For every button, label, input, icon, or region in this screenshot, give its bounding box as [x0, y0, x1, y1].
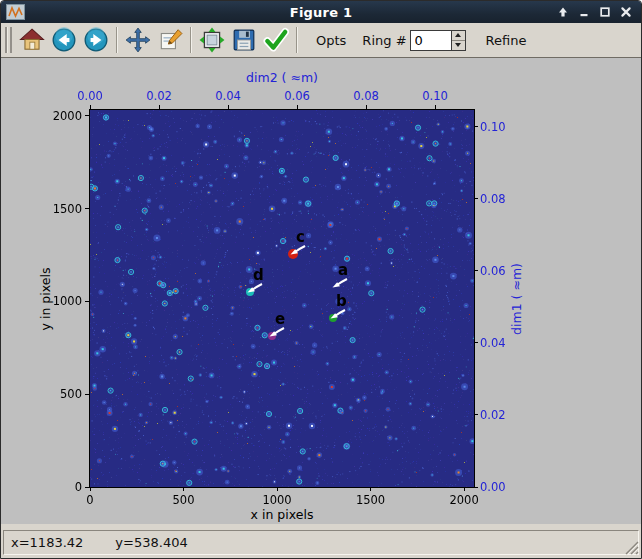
annotation-label: b — [336, 294, 347, 309]
y-tick-label: 0 — [34, 480, 82, 494]
maximize-button[interactable] — [598, 5, 612, 19]
toolbar: Opts Ring # Refine — [1, 23, 641, 58]
forward-arrow-icon — [83, 27, 109, 53]
ring-number-input[interactable] — [411, 31, 451, 50]
x-tick-label: 1000 — [252, 493, 302, 507]
apply-button[interactable] — [261, 25, 291, 55]
figure-window: Figure 1 — [0, 0, 642, 559]
edit-parameters-button[interactable] — [155, 25, 185, 55]
back-arrow-icon — [51, 27, 77, 53]
maximize-icon — [599, 6, 611, 18]
y-tick-mark — [85, 301, 89, 302]
cursor-x-readout: x=1183.42 — [11, 535, 83, 550]
x-tick-mark — [183, 487, 184, 491]
x-tick-label: 1500 — [346, 493, 396, 507]
spin-up-button[interactable] — [452, 31, 465, 41]
x-tick-label: 2000 — [439, 493, 489, 507]
top-tick-mark — [366, 105, 367, 109]
right-tick-label: 0.10 — [480, 120, 524, 134]
right-tick-label: 0.02 — [480, 408, 524, 422]
top-tick-label: 0.08 — [341, 89, 391, 103]
y-tick-label: 2000 — [34, 109, 82, 123]
top-tick-mark — [297, 105, 298, 109]
diffraction-image[interactable] — [90, 110, 474, 487]
x-axis-title: x in pixels — [90, 507, 474, 522]
annotation-label: e — [275, 312, 285, 327]
close-icon — [620, 6, 632, 18]
right-tick-mark — [474, 198, 478, 199]
window-controls — [556, 5, 641, 19]
right-tick-label: 0.04 — [480, 336, 524, 350]
toolbar-grip[interactable] — [5, 27, 12, 53]
window-title: Figure 1 — [1, 5, 641, 20]
top-tick-mark — [159, 105, 160, 109]
x-tick-label: 500 — [159, 493, 209, 507]
home-button[interactable] — [17, 25, 47, 55]
y-tick-mark — [85, 487, 89, 488]
top-tick-label: 0.00 — [65, 89, 115, 103]
plot-axes[interactable]: dim2 ( ≈m) x in pixels y in pixels dim1 … — [89, 109, 475, 488]
notepad-pencil-icon — [157, 27, 183, 53]
top-axis-title: dim2 ( ≈m) — [90, 70, 474, 85]
spin-down-icon — [455, 43, 461, 47]
back-button[interactable] — [49, 25, 79, 55]
spin-up-icon — [455, 33, 461, 37]
pan-button[interactable] — [123, 25, 153, 55]
top-tick-label: 0.02 — [134, 89, 184, 103]
y-tick-mark — [85, 394, 89, 395]
cursor-position-panel: x=1183.42 y=538.404 — [3, 530, 639, 555]
cursor-y-readout: y=538.404 — [115, 535, 187, 550]
save-button[interactable] — [229, 25, 259, 55]
annotation-label: d — [253, 268, 264, 283]
titlebar[interactable]: Figure 1 — [1, 1, 641, 23]
top-tick-label: 0.10 — [410, 89, 460, 103]
top-tick-mark — [90, 105, 91, 109]
minimize-button[interactable] — [577, 5, 591, 19]
minimize-icon — [578, 6, 590, 18]
right-tick-mark — [474, 414, 478, 415]
matplotlib-logo-icon — [6, 4, 26, 20]
close-button[interactable] — [619, 5, 633, 19]
ring-number-label: Ring # — [362, 33, 406, 48]
right-tick-mark — [474, 487, 478, 488]
green-checkmark-icon — [263, 27, 289, 53]
refine-button[interactable]: Refine — [480, 32, 533, 49]
forward-button[interactable] — [81, 25, 111, 55]
ring-number-spinbox — [410, 30, 466, 51]
x-tick-mark — [90, 487, 91, 491]
right-tick-mark — [474, 270, 478, 271]
y-tick-label: 500 — [34, 387, 82, 401]
toolbar-separator — [190, 27, 192, 53]
x-tick-mark — [370, 487, 371, 491]
arrow-up-icon — [557, 6, 569, 18]
annotation-label: c — [296, 230, 305, 245]
opts-button[interactable]: Opts — [310, 32, 352, 49]
right-tick-label: 0.00 — [480, 480, 524, 494]
resize-grip-icon[interactable] — [625, 541, 639, 555]
x-tick-mark — [277, 487, 278, 491]
adjust-subplots-button[interactable] — [197, 25, 227, 55]
top-tick-mark — [228, 105, 229, 109]
right-tick-mark — [474, 342, 478, 343]
x-tick-mark — [464, 487, 465, 491]
y-tick-mark — [85, 115, 89, 116]
right-tick-label: 0.08 — [480, 192, 524, 206]
top-tick-label: 0.06 — [272, 89, 322, 103]
y-tick-label: 1000 — [34, 294, 82, 308]
top-tick-label: 0.04 — [203, 89, 253, 103]
x-tick-label: 0 — [65, 493, 115, 507]
shade-window-button[interactable] — [556, 5, 570, 19]
y-tick-mark — [85, 208, 89, 209]
spin-down-button[interactable] — [452, 41, 465, 50]
statusbar: x=1183.42 y=538.404 — [1, 524, 641, 558]
y-tick-label: 1500 — [34, 202, 82, 216]
figure-canvas: dim2 ( ≈m) x in pixels y in pixels dim1 … — [1, 58, 641, 524]
top-tick-mark — [435, 105, 436, 109]
ring-number-spinner — [451, 31, 465, 50]
pan-arrows-icon — [125, 27, 151, 53]
annotation-label: a — [338, 263, 348, 278]
toolbar-separator — [296, 27, 298, 53]
right-tick-label: 0.06 — [480, 264, 524, 278]
home-icon — [19, 27, 45, 53]
right-tick-mark — [474, 126, 478, 127]
